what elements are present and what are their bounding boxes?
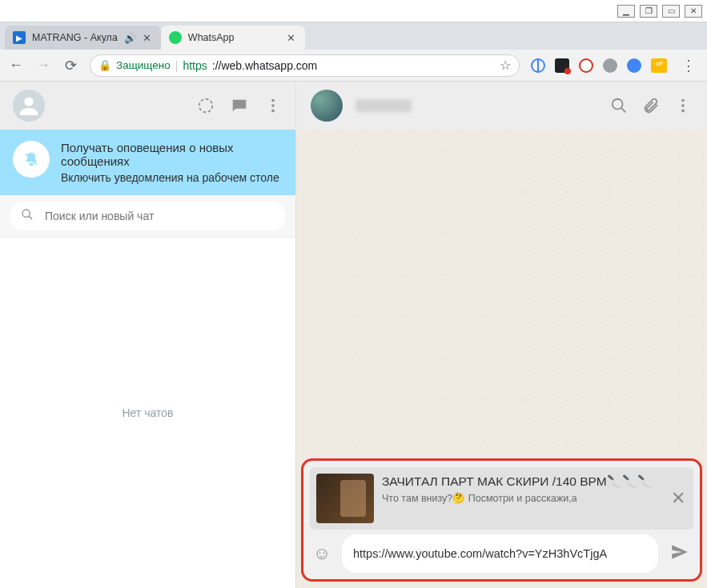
speaker-icon[interactable]: 🔊	[124, 32, 135, 44]
chat-header	[296, 82, 707, 130]
browser-tabstrip: ▶ MATRANG - Акула 🔊 ✕ WhatsApp ✕	[0, 22, 707, 50]
tab-close-icon[interactable]: ✕	[286, 32, 297, 44]
address-bar[interactable]: 🔒 Защищено | https://web.whatsapp.com ☆	[90, 54, 520, 77]
notifications-banner[interactable]: Получать оповещения о новых сообщениях В…	[0, 130, 295, 195]
person-icon	[13, 90, 45, 122]
browser-menu-button[interactable]: ⋮	[678, 57, 699, 74]
svg-point-6	[613, 99, 623, 110]
secure-label: Защищено	[116, 59, 171, 71]
svg-point-8	[681, 99, 685, 102]
message-input[interactable]: https://www.youtube.com/watch?v=YzH3hVcT…	[342, 534, 658, 573]
browser-tab-2[interactable]: WhatsApp ✕	[161, 26, 305, 50]
preview-description: Что там внизу?🤔 Посмотри и расскажи,а	[382, 492, 653, 504]
notifications-subtitle: Включить уведомления на рабочем столе	[61, 171, 283, 184]
extension-gray-icon[interactable]	[603, 58, 617, 73]
self-avatar[interactable]	[13, 90, 45, 122]
message-input-value: https://www.youtube.com/watch?v=YzH3hVcT…	[353, 546, 607, 562]
compose-row: ☺ https://www.youtube.com/watch?v=YzH3hV…	[303, 530, 700, 579]
extensions-area: off	[531, 58, 667, 73]
search-icon	[21, 208, 34, 224]
browser-tab-1[interactable]: ▶ MATRANG - Акула 🔊 ✕	[5, 26, 161, 50]
forward-button: →	[35, 57, 51, 74]
chat-search-icon[interactable]	[609, 96, 629, 115]
svg-line-5	[29, 216, 32, 219]
chat-menu-icon[interactable]	[673, 96, 693, 115]
extension-block-icon[interactable]	[555, 58, 569, 73]
bell-off-icon	[13, 141, 50, 178]
whatsapp-app: Получать оповещения о новых сообщениях В…	[0, 82, 707, 588]
contact-name[interactable]	[356, 99, 597, 112]
empty-chats-label: Нет чатов	[123, 406, 174, 419]
window-minimize-button[interactable]: ▁	[617, 5, 635, 18]
search-input[interactable]	[45, 210, 275, 222]
chat-list-empty: Нет чатов	[0, 238, 295, 588]
contact-name-redacted	[356, 99, 412, 112]
url-scheme: https	[183, 59, 207, 72]
attach-icon[interactable]	[641, 96, 661, 115]
svg-point-9	[681, 104, 685, 107]
svg-point-2	[271, 104, 275, 107]
search-container	[0, 195, 295, 238]
extension-off-badge[interactable]: off	[651, 58, 667, 73]
preview-close-button[interactable]: ✕	[671, 488, 685, 509]
window-titlebar: ▁ ❐ ▭ ✕	[0, 0, 707, 22]
preview-thumbnail	[316, 474, 374, 523]
browser-window: ▁ ❐ ▭ ✕ ▶ MATRANG - Акула 🔊 ✕ WhatsApp ✕…	[0, 0, 707, 588]
separator: |	[175, 59, 179, 72]
menu-icon[interactable]	[263, 96, 283, 115]
svg-point-4	[22, 210, 30, 217]
extension-blue-icon[interactable]	[627, 58, 641, 73]
whatsapp-icon	[169, 31, 182, 44]
window-restore-button[interactable]: ❐	[640, 5, 657, 18]
link-preview-card: ЗАЧИТАЛ ПАРТ МАК СКИРИ /140 BPM🔪🔪🔪 Что т…	[310, 467, 693, 530]
url-rest: ://web.whatsapp.com	[212, 59, 318, 72]
extension-globe-icon[interactable]	[531, 58, 545, 73]
play-icon: ▶	[13, 31, 26, 44]
search-field[interactable]	[10, 202, 286, 230]
left-panel: Получать оповещения о новых сообщениях В…	[0, 82, 296, 588]
preview-texts: ЗАЧИТАЛ ПАРТ МАК СКИРИ /140 BPM🔪🔪🔪 Что т…	[382, 474, 653, 504]
emoji-button[interactable]: ☺	[310, 543, 334, 564]
tab-label: WhatsApp	[188, 32, 279, 43]
svg-point-10	[681, 110, 685, 113]
extension-red-icon[interactable]	[579, 58, 593, 73]
browser-toolbar: ← → ⟳ 🔒 Защищено | https://web.whatsapp.…	[0, 50, 707, 82]
preview-title: ЗАЧИТАЛ ПАРТ МАК СКИРИ /140 BPM🔪🔪🔪	[382, 474, 653, 489]
svg-point-3	[271, 110, 275, 113]
back-button[interactable]: ←	[8, 57, 24, 74]
send-button[interactable]	[666, 542, 693, 566]
window-close-button[interactable]: ✕	[685, 5, 702, 18]
svg-point-0	[199, 99, 213, 113]
window-maximize-button[interactable]: ▭	[662, 5, 680, 18]
left-header	[0, 82, 295, 130]
new-chat-icon[interactable]	[230, 96, 249, 115]
notifications-text: Получать оповещения о новых сообщениях В…	[61, 141, 283, 184]
lock-icon: 🔒	[98, 59, 111, 71]
contact-avatar[interactable]	[311, 90, 343, 122]
notifications-title: Получать оповещения о новых сообщениях	[61, 141, 283, 168]
bookmark-star-icon[interactable]: ☆	[500, 58, 511, 73]
svg-point-1	[271, 99, 275, 102]
svg-line-7	[621, 108, 626, 113]
composer-highlight: ЗАЧИТАЛ ПАРТ МАК СКИРИ /140 BPM🔪🔪🔪 Что т…	[301, 458, 702, 582]
status-icon[interactable]	[196, 96, 215, 115]
right-panel: ЗАЧИТАЛ ПАРТ МАК СКИРИ /140 BPM🔪🔪🔪 Что т…	[296, 82, 707, 588]
tab-label: MATRANG - Акула	[32, 32, 118, 43]
reload-button[interactable]: ⟳	[62, 57, 78, 74]
tab-close-icon[interactable]: ✕	[142, 32, 153, 44]
